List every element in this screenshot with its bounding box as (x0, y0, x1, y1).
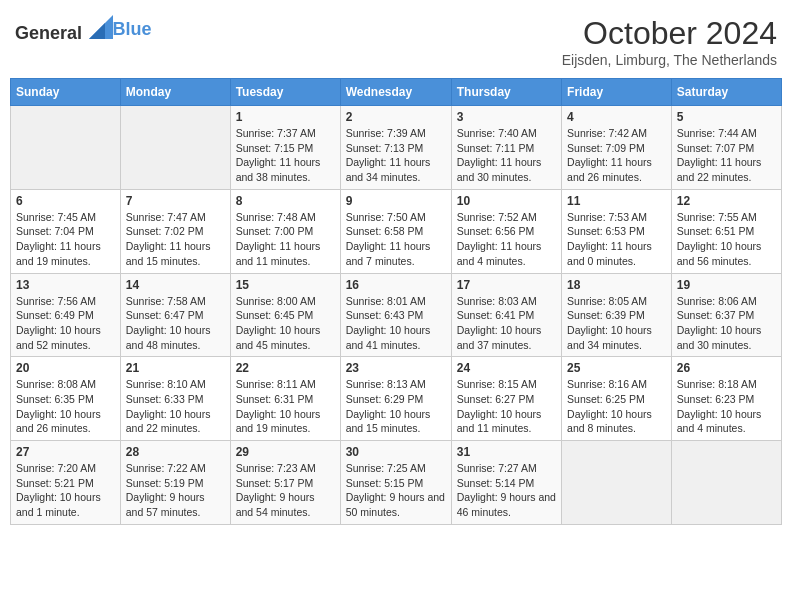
calendar-cell (11, 106, 121, 190)
logo-general-text: General (15, 23, 82, 43)
calendar-table: SundayMondayTuesdayWednesdayThursdayFrid… (10, 78, 782, 525)
day-number: 27 (16, 445, 115, 459)
day-info: Sunrise: 7:58 AMSunset: 6:47 PMDaylight:… (126, 294, 225, 353)
day-info: Sunrise: 8:16 AMSunset: 6:25 PMDaylight:… (567, 377, 666, 436)
calendar-cell: 16Sunrise: 8:01 AMSunset: 6:43 PMDayligh… (340, 273, 451, 357)
day-info: Sunrise: 8:10 AMSunset: 6:33 PMDaylight:… (126, 377, 225, 436)
day-info: Sunrise: 7:45 AMSunset: 7:04 PMDaylight:… (16, 210, 115, 269)
day-info: Sunrise: 7:37 AMSunset: 7:15 PMDaylight:… (236, 126, 335, 185)
calendar-cell: 25Sunrise: 8:16 AMSunset: 6:25 PMDayligh… (562, 357, 672, 441)
day-info: Sunrise: 8:05 AMSunset: 6:39 PMDaylight:… (567, 294, 666, 353)
day-number: 23 (346, 361, 446, 375)
calendar-cell: 29Sunrise: 7:23 AMSunset: 5:17 PMDayligh… (230, 441, 340, 525)
day-info: Sunrise: 7:44 AMSunset: 7:07 PMDaylight:… (677, 126, 776, 185)
calendar-cell: 22Sunrise: 8:11 AMSunset: 6:31 PMDayligh… (230, 357, 340, 441)
day-number: 9 (346, 194, 446, 208)
day-number: 25 (567, 361, 666, 375)
day-info: Sunrise: 7:25 AMSunset: 5:15 PMDaylight:… (346, 461, 446, 520)
calendar-cell (562, 441, 672, 525)
day-number: 17 (457, 278, 556, 292)
day-number: 21 (126, 361, 225, 375)
day-number: 3 (457, 110, 556, 124)
day-number: 20 (16, 361, 115, 375)
day-number: 24 (457, 361, 556, 375)
day-number: 8 (236, 194, 335, 208)
day-number: 6 (16, 194, 115, 208)
day-number: 10 (457, 194, 556, 208)
day-info: Sunrise: 7:47 AMSunset: 7:02 PMDaylight:… (126, 210, 225, 269)
calendar-cell: 31Sunrise: 7:27 AMSunset: 5:14 PMDayligh… (451, 441, 561, 525)
calendar-cell: 6Sunrise: 7:45 AMSunset: 7:04 PMDaylight… (11, 189, 121, 273)
logo-icon (89, 15, 113, 39)
weekday-header-wednesday: Wednesday (340, 79, 451, 106)
calendar-body: 1Sunrise: 7:37 AMSunset: 7:15 PMDaylight… (11, 106, 782, 525)
weekday-header-monday: Monday (120, 79, 230, 106)
calendar-cell: 2Sunrise: 7:39 AMSunset: 7:13 PMDaylight… (340, 106, 451, 190)
week-row-3: 13Sunrise: 7:56 AMSunset: 6:49 PMDayligh… (11, 273, 782, 357)
weekday-header-sunday: Sunday (11, 79, 121, 106)
day-number: 29 (236, 445, 335, 459)
day-info: Sunrise: 7:52 AMSunset: 6:56 PMDaylight:… (457, 210, 556, 269)
calendar-cell: 12Sunrise: 7:55 AMSunset: 6:51 PMDayligh… (671, 189, 781, 273)
day-number: 22 (236, 361, 335, 375)
day-number: 31 (457, 445, 556, 459)
day-info: Sunrise: 8:08 AMSunset: 6:35 PMDaylight:… (16, 377, 115, 436)
day-info: Sunrise: 7:53 AMSunset: 6:53 PMDaylight:… (567, 210, 666, 269)
calendar-cell: 3Sunrise: 7:40 AMSunset: 7:11 PMDaylight… (451, 106, 561, 190)
day-info: Sunrise: 8:01 AMSunset: 6:43 PMDaylight:… (346, 294, 446, 353)
day-number: 26 (677, 361, 776, 375)
day-info: Sunrise: 8:15 AMSunset: 6:27 PMDaylight:… (457, 377, 556, 436)
calendar-cell: 18Sunrise: 8:05 AMSunset: 6:39 PMDayligh… (562, 273, 672, 357)
day-info: Sunrise: 8:03 AMSunset: 6:41 PMDaylight:… (457, 294, 556, 353)
day-number: 16 (346, 278, 446, 292)
day-info: Sunrise: 7:39 AMSunset: 7:13 PMDaylight:… (346, 126, 446, 185)
day-number: 5 (677, 110, 776, 124)
svg-marker-1 (89, 23, 105, 39)
day-info: Sunrise: 7:27 AMSunset: 5:14 PMDaylight:… (457, 461, 556, 520)
calendar-cell: 11Sunrise: 7:53 AMSunset: 6:53 PMDayligh… (562, 189, 672, 273)
day-number: 13 (16, 278, 115, 292)
day-info: Sunrise: 7:50 AMSunset: 6:58 PMDaylight:… (346, 210, 446, 269)
day-number: 4 (567, 110, 666, 124)
subtitle: Eijsden, Limburg, The Netherlands (562, 52, 777, 68)
day-info: Sunrise: 7:23 AMSunset: 5:17 PMDaylight:… (236, 461, 335, 520)
day-number: 11 (567, 194, 666, 208)
calendar-cell: 1Sunrise: 7:37 AMSunset: 7:15 PMDaylight… (230, 106, 340, 190)
calendar-cell: 9Sunrise: 7:50 AMSunset: 6:58 PMDaylight… (340, 189, 451, 273)
calendar-cell: 19Sunrise: 8:06 AMSunset: 6:37 PMDayligh… (671, 273, 781, 357)
week-row-5: 27Sunrise: 7:20 AMSunset: 5:21 PMDayligh… (11, 441, 782, 525)
calendar-cell: 5Sunrise: 7:44 AMSunset: 7:07 PMDaylight… (671, 106, 781, 190)
day-info: Sunrise: 8:06 AMSunset: 6:37 PMDaylight:… (677, 294, 776, 353)
day-info: Sunrise: 8:11 AMSunset: 6:31 PMDaylight:… (236, 377, 335, 436)
calendar-cell: 30Sunrise: 7:25 AMSunset: 5:15 PMDayligh… (340, 441, 451, 525)
logo-blue-text: Blue (113, 19, 152, 39)
day-number: 1 (236, 110, 335, 124)
calendar-cell (671, 441, 781, 525)
day-info: Sunrise: 8:00 AMSunset: 6:45 PMDaylight:… (236, 294, 335, 353)
calendar-cell: 26Sunrise: 8:18 AMSunset: 6:23 PMDayligh… (671, 357, 781, 441)
calendar-cell: 4Sunrise: 7:42 AMSunset: 7:09 PMDaylight… (562, 106, 672, 190)
weekday-header-thursday: Thursday (451, 79, 561, 106)
calendar-cell: 28Sunrise: 7:22 AMSunset: 5:19 PMDayligh… (120, 441, 230, 525)
day-number: 7 (126, 194, 225, 208)
week-row-2: 6Sunrise: 7:45 AMSunset: 7:04 PMDaylight… (11, 189, 782, 273)
page-header: General Blue October 2024 Eijsden, Limbu… (10, 10, 782, 68)
calendar-cell: 17Sunrise: 8:03 AMSunset: 6:41 PMDayligh… (451, 273, 561, 357)
week-row-1: 1Sunrise: 7:37 AMSunset: 7:15 PMDaylight… (11, 106, 782, 190)
weekday-header-tuesday: Tuesday (230, 79, 340, 106)
day-number: 2 (346, 110, 446, 124)
day-info: Sunrise: 7:48 AMSunset: 7:00 PMDaylight:… (236, 210, 335, 269)
day-info: Sunrise: 7:22 AMSunset: 5:19 PMDaylight:… (126, 461, 225, 520)
calendar-cell: 10Sunrise: 7:52 AMSunset: 6:56 PMDayligh… (451, 189, 561, 273)
calendar-cell (120, 106, 230, 190)
day-info: Sunrise: 7:55 AMSunset: 6:51 PMDaylight:… (677, 210, 776, 269)
calendar-cell: 20Sunrise: 8:08 AMSunset: 6:35 PMDayligh… (11, 357, 121, 441)
calendar-cell: 14Sunrise: 7:58 AMSunset: 6:47 PMDayligh… (120, 273, 230, 357)
day-number: 15 (236, 278, 335, 292)
day-number: 30 (346, 445, 446, 459)
calendar-cell: 7Sunrise: 7:47 AMSunset: 7:02 PMDaylight… (120, 189, 230, 273)
day-info: Sunrise: 7:20 AMSunset: 5:21 PMDaylight:… (16, 461, 115, 520)
day-info: Sunrise: 8:18 AMSunset: 6:23 PMDaylight:… (677, 377, 776, 436)
day-info: Sunrise: 7:42 AMSunset: 7:09 PMDaylight:… (567, 126, 666, 185)
calendar-cell: 23Sunrise: 8:13 AMSunset: 6:29 PMDayligh… (340, 357, 451, 441)
